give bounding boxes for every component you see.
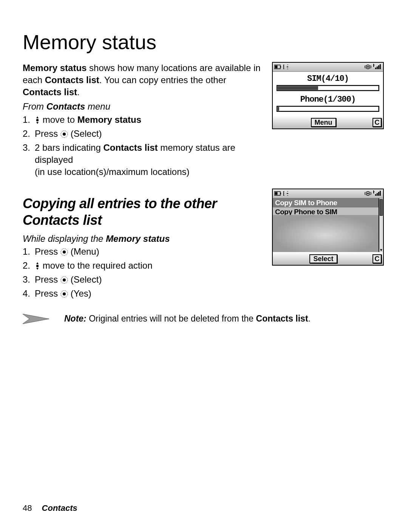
- phone-screenshot-memory: SIM(4/10) Phone(1/300) Menu C: [272, 62, 385, 179]
- svg-rect-5: [275, 65, 278, 68]
- svg-rect-24: [275, 192, 278, 195]
- phone1-statusbar: [273, 63, 383, 72]
- phone2-softbar: Select C: [273, 252, 383, 265]
- center-button-icon: [60, 247, 68, 259]
- intro-lead: Memory status: [23, 63, 87, 73]
- copy-step-4: Press (Yes): [23, 288, 265, 301]
- phone2-select-button[interactable]: Select: [309, 254, 337, 263]
- cstep4-a: Press: [35, 288, 60, 298]
- wallpaper-icon: [273, 215, 379, 252]
- phone1-softbar: Menu C: [273, 116, 383, 128]
- phone2-scrollbar[interactable]: ▲ ▼: [379, 198, 383, 252]
- page-number: 48: [23, 503, 32, 513]
- phone2-c-button[interactable]: C: [372, 254, 382, 263]
- vibrate-icon: [364, 64, 372, 70]
- sim-progress-fill: [278, 86, 318, 90]
- section-memory-status: Memory status shows how many locations a…: [23, 62, 385, 179]
- svg-rect-23: [280, 193, 281, 194]
- vibrate-icon: [364, 191, 372, 197]
- cstep2-text: move to the required action: [40, 260, 153, 271]
- sim-label: SIM(4/10): [276, 74, 380, 84]
- gprs-icon: [283, 191, 289, 197]
- note-lead: Note:: [64, 314, 87, 323]
- step3-text-b: Contacts list: [103, 142, 158, 153]
- steps-memory-status: move to Memory status Press (Select) 2 b…: [23, 114, 265, 178]
- svg-point-8: [367, 66, 369, 68]
- step3-text-a: 2 bars indicating: [35, 142, 103, 153]
- note-arrow-icon: [23, 312, 53, 326]
- step-2: Press (Select): [23, 128, 265, 141]
- svg-rect-25: [287, 193, 288, 194]
- center-button-icon: [60, 129, 68, 141]
- nav-updown-icon: [35, 261, 40, 273]
- note-bold: Contacts list: [256, 314, 308, 323]
- svg-rect-33: [380, 191, 381, 196]
- note-row: Note: Original entries will not be delet…: [23, 312, 385, 326]
- page-title: Memory status: [23, 30, 385, 54]
- sim-progress-bar: [277, 85, 379, 91]
- sub1-suffix: menu: [85, 101, 110, 111]
- while-displaying-subhead: While displaying the Memory status: [23, 233, 265, 245]
- copy-step-3: Press (Select): [23, 274, 265, 287]
- sub1-bold: Contacts: [46, 101, 85, 111]
- battery-icon: [274, 64, 282, 70]
- svg-rect-31: [377, 193, 378, 196]
- phone2-statusbar: [273, 189, 383, 198]
- note-tail: .: [308, 314, 311, 323]
- gprs-icon: [283, 64, 289, 70]
- note-body: Original entries will not be deleted fro…: [87, 314, 256, 323]
- cstep3-b: (Select): [68, 274, 102, 285]
- steps-copy-entries: Press (Menu) move to the required action…: [23, 246, 265, 301]
- copy-entries-text: Copying all entries to the other Contact…: [23, 189, 265, 302]
- svg-rect-4: [280, 66, 281, 68]
- step-3: 2 bars indicating Contacts list memory s…: [23, 142, 265, 178]
- phone-screenshot-copy: Copy SIM to Phone Copy Phone to SIM ▲ ▼ …: [272, 189, 385, 302]
- nav-updown-icon: [35, 115, 40, 127]
- cstep4-b: (Yes): [68, 288, 91, 298]
- svg-rect-32: [378, 192, 379, 196]
- svg-point-0: [36, 119, 39, 121]
- svg-marker-34: [23, 314, 49, 324]
- step3-text-d: (in use location(s)/maximum locations): [35, 167, 189, 177]
- section-copy-title: Copying all entries to the other Contact…: [23, 195, 265, 228]
- step-1: move to Memory status: [23, 114, 265, 127]
- intro-bold-2: Contacts list: [45, 75, 99, 85]
- svg-rect-30: [375, 194, 376, 196]
- svg-rect-13: [378, 65, 379, 69]
- scroll-thumb[interactable]: [380, 199, 383, 216]
- svg-point-2: [63, 133, 66, 136]
- cstep1-b: (Menu): [68, 246, 99, 257]
- svg-rect-11: [375, 68, 376, 69]
- svg-point-16: [63, 251, 66, 254]
- svg-rect-12: [377, 66, 378, 69]
- signal-icon: [373, 190, 382, 197]
- svg-point-17: [36, 265, 39, 267]
- from-contacts-subhead: From Contacts menu: [23, 101, 265, 113]
- center-button-icon: [60, 275, 68, 287]
- intro-bold-3: Contacts list: [23, 87, 77, 97]
- menu-item-copy-sim-to-phone[interactable]: Copy SIM to Phone: [273, 198, 379, 207]
- copy-step-2: move to the required action: [23, 260, 265, 273]
- signal-icon: [373, 64, 382, 70]
- sub1-prefix: From: [23, 101, 46, 111]
- phone-mock-2: Copy SIM to Phone Copy Phone to SIM ▲ ▼ …: [272, 189, 384, 266]
- sub2-bold: Memory status: [106, 234, 170, 244]
- phone-progress-bar: [277, 106, 379, 112]
- phone-label: Phone(1/300): [276, 95, 380, 104]
- svg-rect-14: [380, 64, 381, 69]
- svg-point-19: [63, 278, 66, 281]
- phone1-body: SIM(4/10) Phone(1/300): [273, 72, 383, 112]
- step1-text-a: move to: [40, 114, 77, 125]
- memory-status-text: Memory status shows how many locations a…: [23, 62, 265, 179]
- page-footer: 48 Contacts: [23, 503, 77, 513]
- svg-point-21: [63, 292, 66, 295]
- phone-progress-fill: [278, 107, 279, 111]
- intro-paragraph: Memory status shows how many locations a…: [23, 62, 265, 98]
- intro-text-3: .: [77, 87, 80, 97]
- phone1-c-button[interactable]: C: [372, 118, 382, 127]
- step1-text-b: Memory status: [77, 114, 141, 125]
- scroll-down-icon: ▼: [379, 248, 383, 252]
- svg-point-27: [367, 193, 369, 194]
- intro-text-2: . You can copy entries the other: [99, 75, 226, 85]
- phone1-menu-button[interactable]: Menu: [311, 118, 336, 127]
